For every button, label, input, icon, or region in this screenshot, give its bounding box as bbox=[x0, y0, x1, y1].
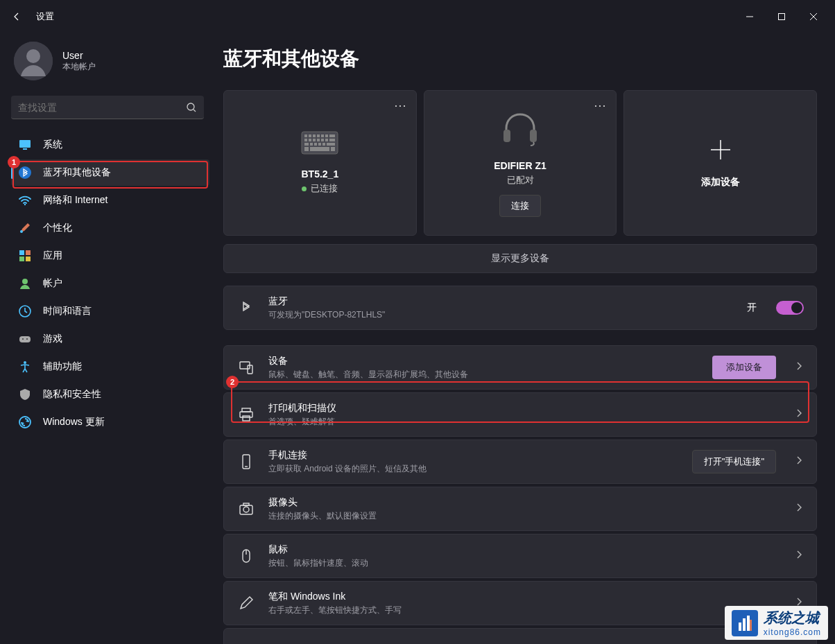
svg-rect-1 bbox=[779, 14, 785, 20]
svg-rect-39 bbox=[304, 143, 309, 146]
keyboard-icon bbox=[301, 131, 338, 157]
open-phone-link-button[interactable]: 打开"手机连接" bbox=[692, 450, 776, 473]
chevron-right-icon bbox=[794, 408, 804, 421]
sidebar-item-network[interactable]: 网络和 Internet bbox=[11, 187, 209, 214]
svg-rect-26 bbox=[309, 134, 311, 137]
add-device-button[interactable]: 添加设备 bbox=[712, 356, 776, 379]
row-printers-scanners[interactable]: 打印机和扫描仪 首选项、疑难解答 bbox=[223, 392, 817, 437]
bluetooth-icon bbox=[18, 166, 32, 180]
show-more-button[interactable]: 显示更多设备 bbox=[223, 244, 817, 273]
row-title: 鼠标 bbox=[268, 543, 776, 556]
paintbrush-icon bbox=[18, 221, 32, 235]
accessibility-icon bbox=[18, 360, 32, 374]
more-icon[interactable]: ⋯ bbox=[594, 98, 608, 113]
svg-rect-48 bbox=[503, 130, 510, 142]
headphones-icon bbox=[499, 109, 541, 149]
connect-button[interactable]: 连接 bbox=[499, 195, 541, 217]
row-devices[interactable]: 设备 鼠标、键盘、触笔、音频、显示器和扩展坞、其他设备 添加设备 bbox=[223, 345, 817, 390]
svg-rect-33 bbox=[309, 139, 311, 141]
device-cards: ⋯ BT5.2_1 已连接 ⋯ EDIFIER Z1 已配对 连接 bbox=[223, 90, 817, 236]
svg-rect-34 bbox=[313, 139, 316, 141]
sidebar-item-bluetooth[interactable]: 蓝牙和其他设备 bbox=[11, 159, 209, 186]
sidebar-item-personalization[interactable]: 个性化 bbox=[11, 215, 209, 241]
svg-rect-38 bbox=[329, 139, 335, 141]
sidebar-item-system[interactable]: 系统 bbox=[11, 132, 209, 158]
sidebar-item-time-language[interactable]: 时间和语言 bbox=[11, 298, 209, 324]
svg-rect-66 bbox=[747, 616, 750, 631]
svg-point-12 bbox=[20, 230, 23, 233]
svg-rect-16 bbox=[26, 256, 31, 261]
more-icon[interactable]: ⋯ bbox=[394, 98, 408, 113]
devices-icon bbox=[236, 358, 256, 377]
row-subtitle: 连接的摄像头、默认图像设置 bbox=[268, 510, 776, 522]
row-cameras[interactable]: 摄像头 连接的摄像头、默认图像设置 bbox=[223, 487, 817, 531]
sidebar-item-gaming[interactable]: 游戏 bbox=[11, 326, 209, 352]
svg-rect-28 bbox=[317, 134, 320, 137]
gamepad-icon bbox=[18, 332, 32, 346]
device-name: EDIFIER Z1 bbox=[494, 160, 546, 171]
sidebar-item-accounts[interactable]: 帐户 bbox=[11, 270, 209, 297]
svg-rect-14 bbox=[26, 250, 31, 255]
svg-rect-40 bbox=[310, 143, 313, 146]
sidebar-item-label: 系统 bbox=[43, 139, 62, 151]
device-card-keyboard[interactable]: ⋯ BT5.2_1 已连接 bbox=[223, 90, 417, 236]
chevron-right-icon bbox=[794, 455, 804, 468]
close-button[interactable] bbox=[798, 6, 829, 28]
svg-rect-42 bbox=[318, 143, 321, 146]
svg-rect-32 bbox=[304, 139, 307, 141]
sidebar-item-label: 游戏 bbox=[43, 333, 62, 345]
device-name: BT5.2_1 bbox=[301, 168, 338, 180]
chevron-right-icon bbox=[794, 550, 804, 562]
person-icon bbox=[18, 277, 32, 290]
sidebar-item-label: 网络和 Internet bbox=[43, 194, 107, 207]
sidebar-item-accessibility[interactable]: 辅助功能 bbox=[11, 354, 209, 380]
content: 蓝牙和其他设备 ⋯ BT5.2_1 已连接 ⋯ EDIFIER Z1 已配对 连… bbox=[215, 33, 835, 644]
row-title: 蓝牙 bbox=[268, 295, 734, 308]
sidebar-item-update[interactable]: Windows 更新 bbox=[11, 409, 209, 435]
row-subtitle: 可发现为"DESKTOP-82TLHLS" bbox=[268, 309, 734, 321]
svg-rect-30 bbox=[325, 134, 328, 137]
autoplay-icon bbox=[236, 634, 256, 644]
search-box[interactable] bbox=[11, 96, 204, 119]
update-icon bbox=[18, 415, 32, 429]
svg-point-6 bbox=[187, 103, 194, 110]
row-subtitle: 右手或左手、笔按钮快捷方式、手写 bbox=[268, 604, 776, 616]
svg-rect-47 bbox=[331, 147, 335, 151]
svg-rect-8 bbox=[19, 140, 31, 148]
device-card-headphones[interactable]: ⋯ EDIFIER Z1 已配对 连接 bbox=[424, 90, 617, 236]
sidebar-item-privacy[interactable]: 隐私和安全性 bbox=[11, 381, 209, 408]
nav: 系统 蓝牙和其他设备 网络和 Internet 个性化 应用 帐户 bbox=[11, 132, 209, 435]
apps-icon bbox=[18, 249, 32, 263]
sidebar-item-label: 隐私和安全性 bbox=[43, 388, 101, 401]
window-title: 设置 bbox=[36, 10, 54, 23]
user-section[interactable]: User 本地帐户 bbox=[11, 36, 209, 92]
bluetooth-toggle[interactable] bbox=[776, 301, 804, 315]
svg-rect-55 bbox=[240, 412, 252, 417]
svg-point-60 bbox=[243, 507, 249, 512]
row-phone-link[interactable]: 手机连接 立即获取 Android 设备的照片、短信及其他 打开"手机连接" bbox=[223, 440, 817, 484]
svg-point-22 bbox=[24, 361, 26, 364]
svg-point-11 bbox=[24, 204, 26, 205]
mouse-icon bbox=[236, 546, 256, 566]
svg-rect-41 bbox=[314, 143, 317, 146]
chevron-right-icon bbox=[794, 361, 804, 374]
svg-point-20 bbox=[22, 338, 24, 340]
row-mouse[interactable]: 鼠标 按钮、鼠标指针速度、滚动 bbox=[223, 534, 817, 578]
row-title: 摄像头 bbox=[268, 496, 776, 509]
bluetooth-toggle-row[interactable]: 蓝牙 可发现为"DESKTOP-82TLHLS" 开 bbox=[223, 286, 817, 330]
svg-rect-36 bbox=[321, 139, 324, 141]
minimize-button[interactable] bbox=[734, 6, 766, 28]
user-name: User bbox=[62, 50, 96, 61]
maximize-button[interactable] bbox=[766, 6, 798, 28]
toggle-label: 开 bbox=[747, 302, 757, 314]
svg-rect-49 bbox=[530, 130, 537, 142]
search-input[interactable] bbox=[18, 102, 186, 113]
svg-rect-43 bbox=[322, 143, 325, 146]
plus-icon bbox=[708, 137, 733, 165]
svg-rect-67 bbox=[750, 620, 752, 631]
add-device-card[interactable]: 添加设备 bbox=[623, 90, 817, 236]
back-button[interactable] bbox=[6, 6, 28, 28]
svg-rect-13 bbox=[19, 250, 24, 255]
pen-icon bbox=[236, 593, 256, 613]
sidebar-item-apps[interactable]: 应用 bbox=[11, 243, 209, 269]
